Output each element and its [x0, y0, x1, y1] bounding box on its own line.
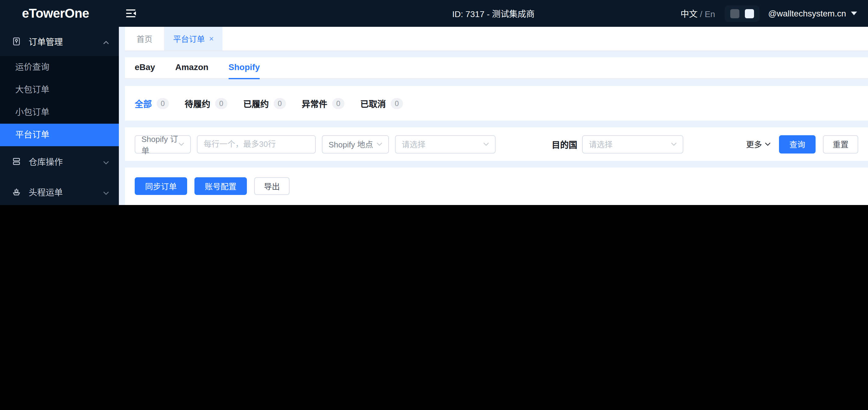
account-name[interactable]: @walltechsystem.cn [768, 8, 846, 18]
sidebar-item-warehouse-ops[interactable]: 仓库操作 [0, 146, 119, 177]
chevron-down-icon [103, 187, 109, 197]
sidebar-item-freight-query[interactable]: 运价查询 [0, 56, 119, 78]
search-button[interactable]: 查询 [779, 135, 815, 153]
sidebar-group-label: 订单管理 [29, 35, 63, 48]
order-numbers-input[interactable] [197, 135, 316, 153]
sidebar-group-order-management[interactable]: 订单管理 [0, 27, 119, 56]
warehouse-icon [11, 157, 21, 166]
sidebar-item-small-parcel-orders[interactable]: 小包订单 [0, 101, 119, 124]
chevron-up-icon [103, 36, 109, 46]
ship-icon [11, 187, 21, 197]
chevron-down-icon [484, 143, 489, 146]
topbar: eTowerOne ID: 7317 - 测试集成商 中文 / En @wall… [0, 0, 868, 27]
more-filters-toggle[interactable]: 更多 [746, 138, 771, 150]
tab-ebay[interactable]: eBay [135, 57, 155, 79]
chevron-down-icon [179, 143, 184, 146]
app-logo: eTowerOne [0, 6, 119, 21]
account-config-button[interactable]: 账号配置 [194, 177, 247, 195]
chevron-down-icon [103, 157, 109, 166]
topbar-icon-chip [725, 5, 760, 22]
close-icon[interactable]: × [209, 34, 214, 43]
export-button[interactable]: 导出 [254, 177, 289, 195]
status-badge: 0 [215, 98, 227, 109]
language-switcher[interactable]: 中文 / En [681, 7, 715, 20]
app-window: eTowerOne ID: 7317 - 测试集成商 中文 / En @wall… [0, 0, 868, 205]
status-filter-bar: 全部 0 待履约 0 已履约 0 异常件 0 已取消 0 [125, 86, 868, 121]
notification-icon[interactable] [730, 9, 739, 18]
main-content: 首页 平台订单 × eBay Amazon Shopify 全部 0 待履约 0… [119, 27, 868, 205]
status-badge: 0 [274, 98, 286, 109]
sidebar-item-platform-orders[interactable]: 平台订单 [0, 124, 119, 146]
tab-shopify[interactable]: Shopify [228, 57, 260, 79]
search-filter-bar: Shopify 订单 Shopify 地点 请选择 目的国 请选择 更多 查询 [125, 127, 868, 161]
chevron-down-icon [671, 143, 677, 146]
status-filter-abnormal[interactable]: 异常件 0 [302, 97, 344, 109]
status-badge: 0 [391, 98, 403, 109]
order-management-icon [11, 36, 21, 46]
chevron-down-icon [765, 143, 771, 146]
tab-platform-orders[interactable]: 平台订单 × [164, 27, 222, 51]
status-badge: 0 [332, 98, 344, 109]
page-tab-strip: 首页 平台订单 × [125, 27, 868, 51]
tab-amazon[interactable]: Amazon [175, 57, 209, 79]
status-badge: 0 [157, 98, 169, 109]
platform-tabs: eBay Amazon Shopify [125, 57, 868, 79]
status-filter-all[interactable]: 全部 0 [135, 97, 169, 109]
sidebar-collapse-icon[interactable] [126, 9, 136, 18]
destination-select[interactable]: 请选择 [582, 135, 683, 153]
sidebar-item-big-parcel-orders[interactable]: 大包订单 [0, 78, 119, 101]
help-icon[interactable] [745, 9, 754, 18]
orders-panel: 同步订单 账号配置 导出 App ID Shopify订单号 Shopify客户… [125, 167, 868, 205]
generic-select[interactable]: 请选择 [395, 135, 496, 153]
status-filter-pending[interactable]: 待履约 0 [185, 97, 227, 109]
sidebar-item-first-leg[interactable]: 头程运单 [0, 177, 119, 205]
topbar-right: 中文 / En @walltechsystem.cn [681, 5, 868, 22]
chevron-down-icon [377, 143, 382, 146]
status-filter-fulfilled[interactable]: 已履约 0 [243, 97, 286, 109]
account-caret-icon[interactable] [851, 11, 857, 15]
sidebar: 订单管理 运价查询 大包订单 小包订单 平台订单 仓库操作 [0, 27, 119, 205]
reset-button[interactable]: 重置 [823, 135, 858, 153]
status-filter-cancelled[interactable]: 已取消 0 [360, 97, 403, 109]
sync-orders-button[interactable]: 同步订单 [135, 177, 187, 195]
destination-label: 目的国 [552, 138, 577, 150]
sidebar-submenu: 运价查询 大包订单 小包订单 平台订单 [0, 56, 119, 146]
table-actions: 同步订单 账号配置 导出 [135, 177, 858, 195]
order-type-select[interactable]: Shopify 订单 [135, 135, 191, 153]
location-select[interactable]: Shopify 地点 [322, 135, 389, 153]
tab-home[interactable]: 首页 [125, 27, 164, 51]
